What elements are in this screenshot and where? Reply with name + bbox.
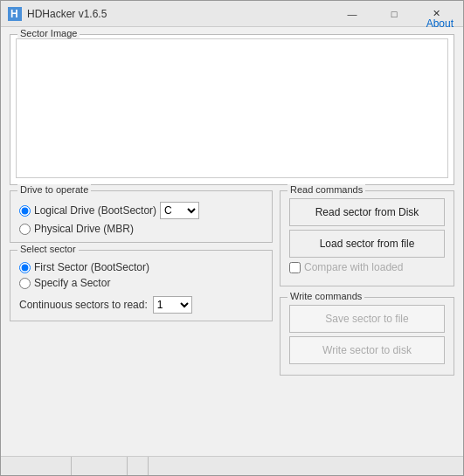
drive-panel: Drive to operate Logical Drive (BootSect… (10, 190, 273, 243)
read-disk-button[interactable]: Read sector from Disk (289, 198, 445, 226)
maximize-button[interactable]: □ (374, 5, 414, 23)
save-file-button[interactable]: Save sector to file (289, 305, 445, 333)
sector-image-label: Sector Image (17, 28, 80, 38)
status-bar (1, 456, 463, 475)
compare-checkbox[interactable] (289, 262, 301, 273)
drive-panel-label: Drive to operate (17, 184, 91, 195)
write-commands-label: Write commands (287, 291, 364, 301)
compare-row: Compare with loaded (289, 261, 445, 273)
specify-sector-row: Specify a Sector (19, 277, 263, 289)
continuous-select[interactable]: 1 2 3 4 5 (153, 296, 192, 314)
window-title: HDHacker v1.6.5 (27, 8, 332, 20)
logical-drive-label: Logical Drive (BootSector) (34, 204, 156, 217)
write-disk-button[interactable]: Write sector to disk (289, 336, 445, 364)
status-segment-3 (131, 457, 149, 475)
sector-panel-label: Select sector (17, 244, 79, 254)
specify-sector-radio[interactable] (19, 278, 31, 289)
write-commands-panel: Write commands Save sector to file Write… (280, 297, 454, 376)
minimize-button[interactable]: — (332, 5, 372, 23)
logical-drive-radio[interactable] (19, 205, 31, 217)
physical-drive-row: Physical Drive (MBR) (19, 223, 263, 235)
status-segment-2 (75, 457, 128, 475)
left-panel: Drive to operate Logical Drive (BootSect… (10, 190, 273, 449)
first-sector-label: First Sector (BootSector) (34, 261, 149, 273)
status-segment-1 (6, 457, 72, 475)
sector-radio-group: First Sector (BootSector) Specify a Sect… (19, 261, 263, 314)
first-sector-row: First Sector (BootSector) (19, 261, 263, 273)
about-link[interactable]: About (426, 17, 454, 30)
title-bar: H HDHacker v1.6.5 — □ ✕ (1, 1, 463, 27)
main-window: H HDHacker v1.6.5 — □ ✕ Sector Image Abo… (0, 0, 464, 476)
load-file-button[interactable]: Load sector from file (289, 230, 445, 258)
continuous-label: Continuous sectors to read: (19, 299, 148, 311)
physical-drive-label: Physical Drive (MBR) (34, 223, 134, 235)
right-panel: Read commands Read sector from Disk Load… (280, 190, 454, 449)
sector-image-group: Sector Image About (10, 34, 454, 185)
continuous-row: Continuous sectors to read: 1 2 3 4 5 (19, 296, 263, 314)
read-commands-panel: Read commands Read sector from Disk Load… (280, 190, 454, 286)
app-icon: H (8, 7, 22, 21)
first-sector-radio[interactable] (19, 262, 31, 273)
read-commands-label: Read commands (287, 184, 365, 195)
main-content: Sector Image About Drive to operate Logi… (1, 27, 463, 456)
drive-letter-select[interactable]: C D E (160, 202, 199, 219)
main-panels: Drive to operate Logical Drive (BootSect… (10, 190, 454, 449)
physical-drive-radio[interactable] (19, 224, 31, 235)
compare-label: Compare with loaded (304, 261, 403, 273)
drive-radio-group: Logical Drive (BootSector) C D E Physica… (19, 202, 263, 235)
sector-panel: Select sector First Sector (BootSector) … (10, 250, 273, 321)
sector-textarea[interactable] (16, 38, 448, 178)
logical-drive-row: Logical Drive (BootSector) C D E (19, 202, 263, 219)
specify-sector-label: Specify a Sector (34, 277, 110, 289)
svg-text:H: H (10, 8, 18, 20)
